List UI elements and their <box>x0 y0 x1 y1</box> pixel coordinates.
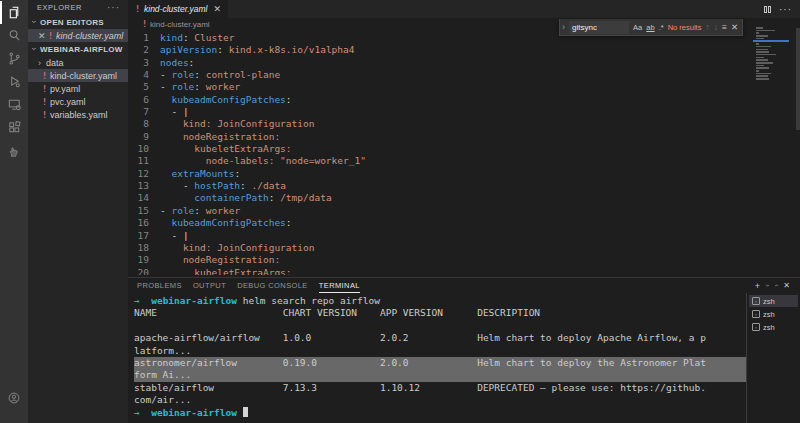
code-line[interactable]: 10 kubeletExtraArgs: <box>128 143 800 155</box>
code-line[interactable]: 3nodes: <box>128 57 800 69</box>
minimap-line <box>756 35 768 37</box>
terminal-session-list: ›zsh›zsh›zsh <box>746 293 800 423</box>
code-line[interactable]: 16 kubeadmConfigPatches: <box>128 217 800 229</box>
code-line[interactable]: 9 nodeRegistration: <box>128 131 800 143</box>
search-icon[interactable] <box>0 24 28 47</box>
minimap-line <box>756 59 768 61</box>
tree-item-pvc-yaml[interactable]: !pvc.yaml <box>28 95 128 108</box>
next-match-icon[interactable]: ↓ <box>714 22 718 32</box>
close-icon[interactable]: ✕ <box>731 22 738 32</box>
code-line[interactable]: 17 - | <box>128 230 800 242</box>
minimap-line <box>756 73 771 75</box>
find-in-selection-icon[interactable]: ≡ <box>722 22 727 32</box>
open-editor-item[interactable]: ✕!kind-cluster.yaml <box>28 29 128 42</box>
code-line[interactable]: 15- role: worker <box>128 205 800 217</box>
terminal-session-zsh[interactable]: ›zsh <box>749 295 798 307</box>
yaml-file-icon: ! <box>42 110 47 120</box>
terminal-dropdown-icon[interactable]: › <box>763 284 772 287</box>
minimap-highlight-band <box>753 40 789 42</box>
code-line[interactable]: 14 containerPath: /tmp/data <box>128 192 800 204</box>
find-input[interactable]: gitsync <box>569 21 629 34</box>
line-number: 20 <box>128 267 160 275</box>
source-control-icon[interactable] <box>0 47 28 70</box>
yaml-file-icon: ! <box>42 84 47 94</box>
code-line[interactable]: 12 extraMounts: <box>128 168 800 180</box>
code-line[interactable]: 5- role: worker <box>128 81 800 93</box>
sidebar-title: EXPLORER <box>37 3 82 12</box>
tree-item-variables-yaml[interactable]: !variables.yaml <box>28 108 128 121</box>
code-editor[interactable]: 1kind: Cluster2apiVersion: kind.x-k8s.io… <box>128 30 800 275</box>
open-editors-list: ✕!kind-cluster.yaml <box>28 29 128 42</box>
prev-match-icon[interactable]: ↑ <box>705 22 709 32</box>
panel-tab-bar: PROBLEMSOUTPUTDEBUG CONSOLETERMINAL + › … <box>128 278 800 293</box>
regex-icon[interactable]: .* <box>659 23 664 32</box>
new-terminal-icon[interactable]: + <box>755 281 760 291</box>
account-icon[interactable] <box>0 386 28 409</box>
close-panel-icon[interactable]: ✕ <box>783 281 790 290</box>
code-line[interactable]: 11 node-labels: "node=worker_1" <box>128 155 800 167</box>
maximize-panel-icon[interactable]: › <box>771 284 780 287</box>
minimap-line <box>756 62 773 64</box>
explorer-icon[interactable] <box>0 1 28 24</box>
terminal-cursor <box>243 407 249 417</box>
code-line[interactable]: 13 - hostPath: ./data <box>128 180 800 192</box>
hand-extension-icon[interactable] <box>0 139 28 162</box>
split-editor-icon[interactable] <box>764 6 771 13</box>
open-editors-header[interactable]: › OPEN EDITORS <box>28 15 128 29</box>
code-line[interactable]: 7 - | <box>128 106 800 118</box>
terminal-line: NAME CHART VERSION APP VERSION DESCRIPTI… <box>134 307 746 319</box>
code-line[interactable]: 20 kubeletExtraArgs: <box>128 267 800 275</box>
minimap-line <box>756 43 759 45</box>
editor-scrollbar[interactable] <box>796 28 800 130</box>
tree-item-pv-yaml[interactable]: !pv.yaml <box>28 82 128 95</box>
line-number: 7 <box>128 106 160 118</box>
chevron-down-icon: › <box>29 18 39 26</box>
close-icon[interactable]: ✕ <box>213 4 221 14</box>
line-number: 13 <box>128 180 160 192</box>
match-case-icon[interactable]: Aa <box>633 23 642 32</box>
tree-item-data[interactable]: ›data <box>28 56 128 69</box>
code-line[interactable]: 18 kind: JoinConfiguration <box>128 242 800 254</box>
panel-tab-output[interactable]: OUTPUT <box>193 278 226 293</box>
terminal-line: apache-airflow/airflow 1.0.0 2.0.2 Helm … <box>134 332 746 344</box>
line-number: 16 <box>128 217 160 229</box>
yaml-file-icon: ! <box>142 19 147 29</box>
yaml-file-icon: ! <box>42 97 47 107</box>
minimap-line <box>756 30 775 32</box>
remote-explorer-icon[interactable] <box>0 93 28 116</box>
terminal-output[interactable]: → webinar-airflow helm search repo airfl… <box>128 293 746 423</box>
run-debug-icon[interactable] <box>0 70 28 93</box>
code-line[interactable]: 19 nodeRegistration: <box>128 254 800 266</box>
terminal-line: → webinar-airflow <box>134 407 746 419</box>
code-line[interactable]: 2apiVersion: kind.x-k8s.io/v1alpha4 <box>128 44 800 56</box>
terminal-line-selected: form Ai... <box>134 369 746 381</box>
terminal-line-selected: astronomer/airflow 0.19.0 2.0.0 Helm cha… <box>134 357 746 369</box>
panel-tab-problems[interactable]: PROBLEMS <box>137 278 182 293</box>
extensions-icon[interactable] <box>0 116 28 139</box>
terminal-session-zsh[interactable]: ›zsh <box>749 308 798 320</box>
tab-kind-cluster-yaml[interactable]: ! kind-cluster.yaml ✕ <box>128 0 228 18</box>
workspace-folder-header[interactable]: › WEBINAR-AIRFLOW <box>28 42 128 56</box>
minimap-line <box>756 54 776 56</box>
line-number: 1 <box>128 32 160 44</box>
whole-word-icon[interactable]: ab <box>646 23 654 32</box>
line-number: 8 <box>128 118 160 130</box>
line-number: 2 <box>128 44 160 56</box>
sidebar-more-actions-icon[interactable]: ··· <box>107 2 120 13</box>
yaml-file-icon: ! <box>42 71 47 81</box>
code-line[interactable]: 8 kind: JoinConfiguration <box>128 118 800 130</box>
minimap[interactable] <box>756 27 785 81</box>
panel-tab-terminal[interactable]: TERMINAL <box>319 278 360 293</box>
line-number: 15 <box>128 205 160 217</box>
panel-tab-debug-console[interactable]: DEBUG CONSOLE <box>237 278 308 293</box>
toggle-replace-icon[interactable]: › <box>562 22 565 32</box>
line-number: 6 <box>128 94 160 106</box>
chevron-right-icon: › <box>36 58 43 68</box>
tree-item-kind-cluster-yaml[interactable]: !kind-cluster.yaml <box>28 69 128 82</box>
code-line[interactable]: 4- role: control-plane <box>128 69 800 81</box>
terminal-session-zsh[interactable]: ›zsh <box>749 321 798 333</box>
code-line[interactable]: 6 kubeadmConfigPatches: <box>128 94 800 106</box>
close-icon[interactable]: ✕ <box>38 31 45 41</box>
line-number: 4 <box>128 69 160 81</box>
more-actions-icon[interactable]: ··· <box>779 4 792 15</box>
